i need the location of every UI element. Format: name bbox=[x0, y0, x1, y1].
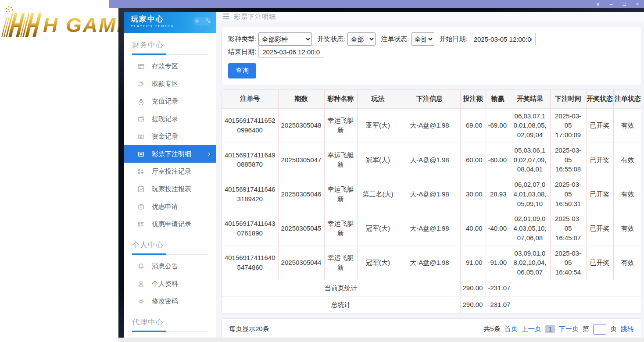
table-cell: 有效 bbox=[613, 246, 641, 280]
jump-page-input[interactable] bbox=[593, 324, 606, 335]
column-header: 下注信息 bbox=[399, 90, 460, 108]
table-cell: 401569174116490885870 bbox=[222, 142, 278, 177]
table-cell: 有效 bbox=[613, 108, 641, 142]
start-date-input[interactable] bbox=[470, 33, 536, 45]
wallet-icon bbox=[137, 115, 145, 123]
sidebar-item[interactable]: 个人资料 bbox=[124, 275, 216, 292]
sidebar-item[interactable]: 充值记录 bbox=[124, 93, 216, 110]
hand-icon bbox=[137, 80, 145, 88]
column-header: 投注额 bbox=[460, 90, 486, 108]
next-page-link[interactable]: 下一页 bbox=[559, 325, 579, 333]
close-button[interactable]: × bbox=[631, 0, 644, 8]
sidebar-item[interactable]: 存款专区 bbox=[124, 57, 216, 75]
table-cell: 第三名(大) bbox=[357, 177, 399, 211]
sidebar-item[interactable]: 厅室投注记录 bbox=[124, 163, 216, 180]
table-cell: 幸运飞艇新 bbox=[324, 177, 357, 211]
table-cell: 401569174116520996400 bbox=[222, 108, 278, 142]
bet-status-label: 注单状态: bbox=[381, 35, 409, 43]
table-cell: 20250305045 bbox=[278, 211, 324, 246]
sidebar-item[interactable]: 提现记录 bbox=[124, 110, 216, 128]
table-cell: 05,03,06,10,02,07,09,08,04,01 bbox=[510, 142, 550, 177]
table-cell: 亚军(大) bbox=[357, 108, 399, 142]
sidebar-item[interactable]: 修改密码 bbox=[124, 292, 216, 310]
table-cell: -60.00 bbox=[486, 142, 510, 177]
chevron-down-icon[interactable]: ∨ bbox=[591, 0, 605, 8]
table-cell: 20250305048 bbox=[278, 108, 324, 142]
sidebar-item-label: 优惠申请 bbox=[152, 203, 178, 211]
app-window: 玩家中心 PLAYERS CENTER 财务中心存款专区取款专区充值记录提现记录… bbox=[118, 8, 644, 342]
column-header: 注单状态 bbox=[613, 90, 641, 108]
table-cell: 大-A盘@1.98 bbox=[399, 142, 460, 177]
table-cell: 91.00 bbox=[460, 246, 486, 280]
menu-icon[interactable]: ☰ bbox=[222, 12, 229, 21]
bet-status-select[interactable]: 全部 bbox=[411, 32, 434, 46]
coin-icon bbox=[137, 133, 145, 140]
list-icon bbox=[137, 221, 145, 228]
table-cell: 401569174116405474860 bbox=[222, 246, 278, 280]
prev-page-link[interactable]: 上一页 bbox=[522, 325, 541, 333]
table-cell: 30.00 bbox=[460, 177, 486, 211]
minimize-button[interactable]: – bbox=[605, 0, 618, 8]
table-cell: 已开奖 bbox=[586, 211, 613, 246]
table-cell: 已开奖 bbox=[586, 177, 613, 211]
table-cell: 已开奖 bbox=[586, 108, 613, 142]
sidebar-item-label: 厅室投注记录 bbox=[152, 167, 191, 176]
column-header: 输赢 bbox=[486, 90, 510, 108]
first-page-link[interactable]: 首页 bbox=[504, 325, 518, 333]
sidebar-item[interactable]: 资金记录 bbox=[124, 128, 216, 145]
table-cell: -40.00 bbox=[486, 211, 510, 246]
query-button[interactable]: 查询 bbox=[228, 63, 256, 78]
table-cell: 冠军(大) bbox=[357, 142, 399, 177]
summary-row: 总统计290.00-231.07 bbox=[222, 296, 641, 313]
sidebar-item-label: 修改密码 bbox=[152, 297, 178, 306]
window-border-left bbox=[118, 12, 124, 338]
table-row: 40156917411652099640020250305048幸运飞艇新亚军(… bbox=[222, 108, 641, 142]
column-header: 下注时间 bbox=[550, 90, 586, 108]
sidebar-item-label: 优惠申请记录 bbox=[152, 220, 191, 228]
draw-status-select[interactable]: 全部 bbox=[347, 32, 376, 46]
table-cell: 幸运飞艇新 bbox=[324, 142, 357, 177]
sidebar-item[interactable]: 彩票下注明细› bbox=[124, 145, 216, 163]
current-page-indicator[interactable]: 1 bbox=[545, 325, 555, 333]
sidebar-item[interactable]: 消息公告 bbox=[124, 257, 216, 275]
gear-icon bbox=[137, 298, 145, 305]
summary-win-loss-total: -231.07 bbox=[486, 280, 510, 296]
lottery-type-label: 彩种类型: bbox=[228, 35, 256, 43]
window-titlebar: ∨ – □ × bbox=[109, 0, 644, 8]
section-divider bbox=[132, 253, 208, 255]
table-cell: 20250305047 bbox=[278, 142, 324, 177]
book-icon bbox=[137, 150, 145, 158]
sidebar-item[interactable]: 优惠申请 bbox=[124, 198, 216, 215]
table-cell: 2025-03-05 16:45:07 bbox=[550, 211, 586, 246]
column-header: 开奖状态 bbox=[586, 90, 613, 108]
content-header: ☰ 彩票下注明细 bbox=[216, 12, 644, 21]
sidebar-item[interactable]: 取款专区 bbox=[124, 75, 216, 93]
sidebar-item-label: 玩家投注报表 bbox=[152, 185, 191, 193]
table-cell: 03,09,01,08,02,10,04,06,05,07 bbox=[510, 246, 550, 280]
table-cell: 有效 bbox=[613, 177, 641, 211]
gift-icon bbox=[137, 203, 145, 210]
jump-button[interactable]: 跳转 bbox=[621, 325, 634, 333]
table-cell: 2025-03-05 16:55:08 bbox=[550, 142, 586, 177]
pagination-bar: 每页显示20条 共5条 首页 上一页 1 下一页 第 页 跳转 bbox=[222, 318, 641, 338]
main-area: ☰ 彩票下注明细 彩种类型: 全部彩种 开奖状态: bbox=[216, 12, 644, 338]
end-date-input[interactable] bbox=[258, 46, 324, 58]
sidebar-item[interactable]: 优惠申请记录 bbox=[124, 215, 216, 233]
table-cell: 40.00 bbox=[460, 211, 486, 246]
bell-icon bbox=[137, 263, 145, 270]
maximize-button[interactable]: □ bbox=[618, 0, 631, 8]
background-page: H GAME bbox=[0, 0, 118, 342]
sidebar-item[interactable]: 代理规则说明 bbox=[124, 335, 216, 338]
sidebar-item[interactable]: 玩家投注报表 bbox=[124, 180, 216, 198]
sidebar: 玩家中心 PLAYERS CENTER 财务中心存款专区取款专区充值记录提现记录… bbox=[124, 12, 216, 338]
sidebar-item-label: 个人资料 bbox=[152, 280, 178, 288]
column-header: 彩种名称 bbox=[324, 90, 357, 108]
bets-table-panel: 注单号期数彩种名称玩法下注信息投注额输赢开奖结果下注时间开奖状态注单状态 401… bbox=[222, 89, 641, 314]
table-cell: 60.00 bbox=[460, 142, 486, 177]
summary-empty-cell bbox=[510, 296, 641, 313]
lottery-type-select[interactable]: 全部彩种 bbox=[258, 32, 312, 46]
sidebar-item-label: 资金记录 bbox=[152, 132, 178, 141]
table-cell: 20250305046 bbox=[278, 177, 324, 211]
column-header: 开奖结果 bbox=[510, 90, 550, 108]
table-row: 40156917411646318942020250305046幸运飞艇新第三名… bbox=[222, 177, 641, 211]
